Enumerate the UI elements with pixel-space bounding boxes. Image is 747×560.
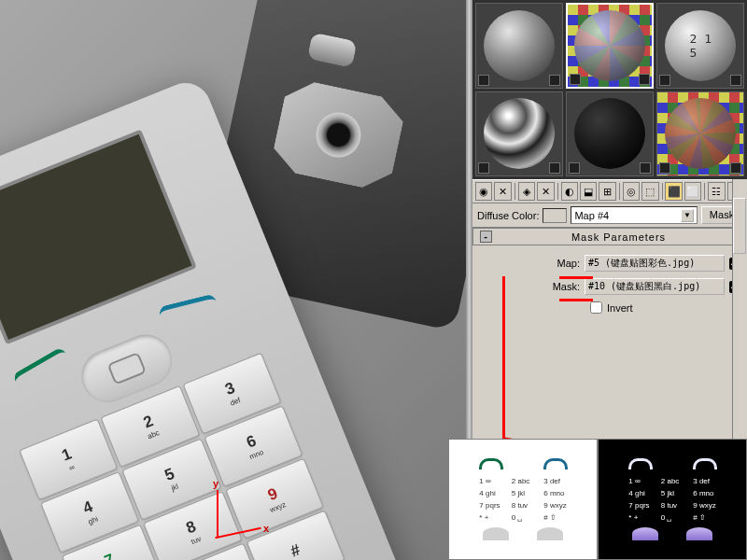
slot-arrow-right-icon xyxy=(730,162,741,174)
slot-arrow-right-icon xyxy=(730,75,741,86)
tool-gosibling-icon[interactable]: ⬜ xyxy=(684,182,701,201)
tool-o1-icon[interactable]: ◎ xyxy=(623,182,640,201)
material-slot-5[interactable] xyxy=(566,91,654,177)
material-slot-1[interactable] xyxy=(475,3,563,89)
map-dropdown[interactable]: Map #4 ▼ xyxy=(571,206,698,224)
scrollbar-thumb[interactable] xyxy=(733,198,746,254)
slot-arrow-left-icon xyxy=(569,162,580,174)
tool-o2-icon[interactable]: ⬚ xyxy=(641,182,658,201)
mask-row: Mask: #10 (键盘贴图黑白.jpg) xyxy=(478,278,741,295)
wing-icon xyxy=(632,527,658,540)
diffuse-row: Diffuse Color: Map #4 ▼ Mask xyxy=(472,203,747,228)
3d-viewport[interactable]: 1∞ 2abc 3def 4ghi 5jkl 6mno 7pqrs 8tuv 9… xyxy=(0,0,466,560)
mask-slot-button[interactable]: #10 (键盘贴图黑白.jpg) xyxy=(585,278,725,295)
rollout-title: Mask Parameters xyxy=(498,231,740,243)
slot-arrow-left-icon xyxy=(659,75,670,86)
material-sphere-icon xyxy=(484,10,555,81)
material-slots xyxy=(472,0,747,179)
material-sphere-icon xyxy=(574,98,645,169)
axis-y-label: y xyxy=(213,478,218,489)
wing-icon xyxy=(686,527,712,540)
material-slot-2[interactable] xyxy=(566,3,654,89)
camera-flash xyxy=(303,29,360,72)
tool-put-icon[interactable]: ✕ xyxy=(494,182,511,201)
tool-goparent-icon[interactable]: ⬛ xyxy=(665,182,682,201)
texture-thumbnails: 1 ∞2 abc3 def 4 ghi5 jkl6 mno 7 pqrs8 tu… xyxy=(448,439,747,560)
material-sphere-icon xyxy=(574,10,645,81)
slot-arrow-left-icon xyxy=(659,162,670,174)
dpad-center xyxy=(107,352,147,385)
bracket-blue-icon xyxy=(543,458,568,469)
chevron-down-icon: ▼ xyxy=(681,209,694,222)
slot-arrow-left-icon xyxy=(570,74,581,85)
material-toolbar: ◉ ✕ ◈ ✕ ◐ ⬓ ⊞ ◎ ⬚ ⬛ ⬜ ☷ ⊡ xyxy=(472,179,747,203)
slot-arrow-right-icon xyxy=(639,74,650,85)
rollout-header[interactable]: - Mask Parameters xyxy=(472,228,747,245)
map-row: Map: #5 (键盘贴图彩色.jpg) xyxy=(478,255,741,272)
tool-show-icon[interactable]: ◐ xyxy=(561,182,578,201)
invert-checkbox[interactable] xyxy=(590,301,602,314)
diffuse-label: Diffuse Color: xyxy=(477,210,539,221)
map-slot-button[interactable]: #5 (键盘贴图彩色.jpg) xyxy=(585,255,725,272)
collapse-icon: - xyxy=(480,231,492,243)
invert-label: Invert xyxy=(607,302,633,314)
material-slot-6[interactable] xyxy=(656,91,744,177)
rollout-body: Map: #5 (键盘贴图彩色.jpg) Mask: #10 (键盘贴图黑白.j… xyxy=(472,245,747,323)
annotation-line-icon xyxy=(559,276,593,279)
material-slot-3[interactable] xyxy=(656,3,744,89)
slot-arrow-left-icon xyxy=(478,162,489,174)
axis-x-label: x xyxy=(263,523,269,534)
material-slot-4[interactable] xyxy=(475,91,563,177)
tool-options-icon[interactable]: ⊞ xyxy=(599,182,615,201)
tool-pick-icon[interactable]: ◉ xyxy=(475,182,492,201)
bracket-white-icon xyxy=(628,458,653,469)
camera-lens xyxy=(312,108,365,161)
axis-y-icon xyxy=(217,490,218,537)
wing-icon xyxy=(537,527,563,540)
tool-delete-icon[interactable]: ✕ xyxy=(537,182,554,201)
tool-showall-icon[interactable]: ⬓ xyxy=(580,182,597,201)
invert-row: Invert xyxy=(590,301,741,314)
slot-arrow-right-icon xyxy=(640,162,651,174)
annotation-line-icon xyxy=(559,299,593,301)
diffuse-color-swatch[interactable] xyxy=(543,208,567,223)
slot-arrow-right-icon xyxy=(549,162,560,174)
wing-icon xyxy=(483,527,509,540)
material-sphere-icon xyxy=(665,10,736,81)
texture-mask-preview: 1 ∞2 abc3 def 4 ghi5 jkl6 mno 7 pqrs8 tu… xyxy=(598,439,747,560)
camera-module xyxy=(269,77,407,193)
material-sphere-icon xyxy=(665,98,736,169)
map-name: Map #4 xyxy=(574,210,609,221)
tool-assign-icon[interactable]: ◈ xyxy=(518,182,535,201)
texture-color-preview: 1 ∞2 abc3 def 4 ghi5 jkl6 mno 7 pqrs8 tu… xyxy=(448,439,598,560)
slot-arrow-right-icon xyxy=(549,75,560,86)
bracket-white-icon xyxy=(693,458,717,469)
annotation-line-icon xyxy=(502,276,505,440)
tool-nav-icon[interactable]: ☷ xyxy=(708,182,725,201)
softkey-right-icon xyxy=(158,293,218,323)
mask-label: Mask: xyxy=(544,281,580,292)
bracket-green-icon xyxy=(479,458,503,469)
material-sphere-icon xyxy=(484,98,555,169)
softkey-left-icon xyxy=(11,346,70,390)
slot-arrow-left-icon xyxy=(478,75,489,86)
map-label: Map: xyxy=(544,258,580,269)
